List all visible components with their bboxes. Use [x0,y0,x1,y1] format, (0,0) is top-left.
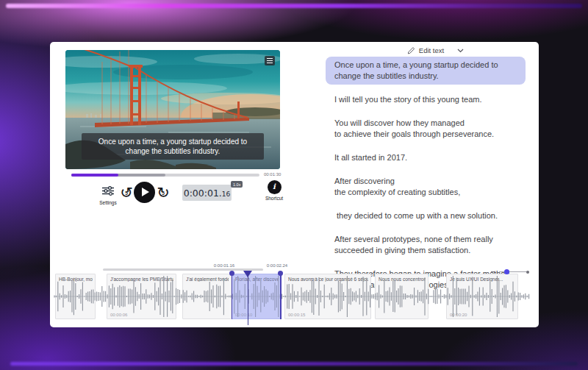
video-duration-label: 00:01:30 [264,172,281,177]
zoom-in-button[interactable] [526,271,529,274]
subtitle-block[interactable]: You will discover how they managedto ach… [326,115,526,143]
subtitle-block[interactable]: After discoveringthe complexity of creat… [326,173,526,201]
video-progress-bar[interactable] [71,174,259,177]
segment-label: J'accompagne les PME/Startups dans... [110,277,173,282]
skip-back-button[interactable]: ↺ 5 [118,184,135,202]
shortcut-button[interactable]: i Shortcut [262,180,286,201]
selection-end-handle[interactable] [278,271,283,276]
timeline-zoom-control [491,268,534,275]
zoom-slider-thumb[interactable] [504,269,509,274]
timeline-segment[interactable]: Florian, after discovering..00:00:10 [232,274,282,319]
sliders-icon [102,186,114,196]
segment-timestamp: 00:00:20 [450,313,467,317]
subtitle-line: After several prototypes, none of them r… [334,234,517,245]
play-button[interactable] [134,182,155,203]
segment-label: J'ai également fondé... [186,277,229,282]
video-subtitle-line: change the subtitles industry. [86,146,259,156]
timecode-value: 0:00:01. [184,188,222,199]
progress-played [71,174,118,177]
subtitle-line: After discovering [334,176,517,187]
subtitle-line: they decided to come up with a new solut… [334,210,517,221]
decorative-top-strip [6,4,582,8]
settings-label: Settings [96,200,121,205]
settings-button[interactable]: Settings [96,185,121,205]
subtitle-line: to achieve their goals through persevera… [334,129,517,140]
subtitle-line: It all started in 2017. [334,152,517,163]
timeline-segment[interactable]: J'accompagne les PME/Startups dans...00:… [107,274,176,319]
timeline-segment[interactable]: J'ai également fondé... [182,274,232,319]
video-menu-button[interactable] [265,56,275,65]
segment-label: Nous nous concentrons... [379,277,426,282]
skip-forward-button[interactable]: ↻ 5 [154,184,172,202]
edit-text-label: Edit text [419,46,444,54]
video-player[interactable]: Once upon a time, a young startup decide… [65,50,280,169]
video-subtitle-line: Once upon a time, a young startup decide… [86,137,259,146]
subtitle-block[interactable]: After several prototypes, none of them r… [326,231,526,259]
shortcut-label: Shortcut [262,196,286,201]
timecode-frames: 16 [222,191,230,198]
play-icon [142,188,149,196]
subtitle-block[interactable]: It all started in 2017. [326,149,526,166]
selection-end-time: 0:00:02.24 [261,263,293,268]
edit-text-header: Edit text [323,44,528,56]
subtitle-block[interactable]: I will tell you the story of this young … [326,91,526,108]
subtitle-line: Once upon a time, a young startup decide… [334,60,517,71]
speed-badge[interactable]: 1.0x [231,181,243,188]
subtitle-line: the complexity of creating subtitles, [334,187,517,198]
selection-end-edge[interactable] [280,273,282,319]
skip-forward-seconds: 5 [154,191,172,196]
pencil-icon [407,46,415,54]
info-icon: i [268,180,282,194]
chevron-down-icon[interactable] [457,49,464,53]
timeline-track: HB-Bonjour, moi...J'accompagne les PME/S… [50,263,539,327]
decorative-bottom-strip [10,362,578,366]
subtitle-block[interactable]: they decided to come up with a new solut… [326,207,526,224]
hamburger-icon [267,58,273,59]
selection-start-time: 0:00:01.16 [208,263,240,268]
video-subtitle-overlay: Once upon a time, a young startup decide… [82,133,264,160]
subtitle-line: change the subtitles industry. [334,71,517,82]
timeline-segment[interactable]: Nous nous concentrons... [375,274,429,319]
segment-label: HB-Bonjour, moi... [59,277,93,282]
subtitle-line: You will discover how they managed [334,118,517,129]
playhead-line [248,272,248,325]
zoom-out-button[interactable] [491,271,495,273]
timeline-segment[interactable]: HB-Bonjour, moi... [55,274,96,319]
segment-timestamp: 00:00:15 [288,313,305,317]
subtitle-block[interactable]: Once upon a time, a young startup decide… [326,57,526,85]
segment-label: Je suis UX/UI Designer... [450,277,515,282]
timeline: HB-Bonjour, moi...J'accompagne les PME/S… [50,263,539,327]
segment-label: Florian, after discovering.. [235,277,279,282]
segment-timestamp: 00:00:10 [235,313,252,317]
selection-start-handle[interactable] [229,271,234,276]
app-window: Once upon a time, a young startup decide… [50,42,539,327]
segment-label: Nous avons à ce jour organisé 6 séjours … [288,277,368,282]
timeline-segment[interactable]: Nous avons à ce jour organisé 6 séjours … [284,274,371,319]
timeline-segment[interactable]: Je suis UX/UI Designer...00:00:20 [446,274,518,319]
timecode-display[interactable]: 0:00:01.16 [182,185,232,201]
segment-timestamp: 00:00:06 [110,313,127,317]
selection-start-edge[interactable] [232,273,233,319]
subtitle-line: I will tell you the story of this young … [334,94,517,105]
skip-back-seconds: 5 [118,191,135,196]
subtitle-line: succeeded in giving them satisfaction. [334,245,517,256]
